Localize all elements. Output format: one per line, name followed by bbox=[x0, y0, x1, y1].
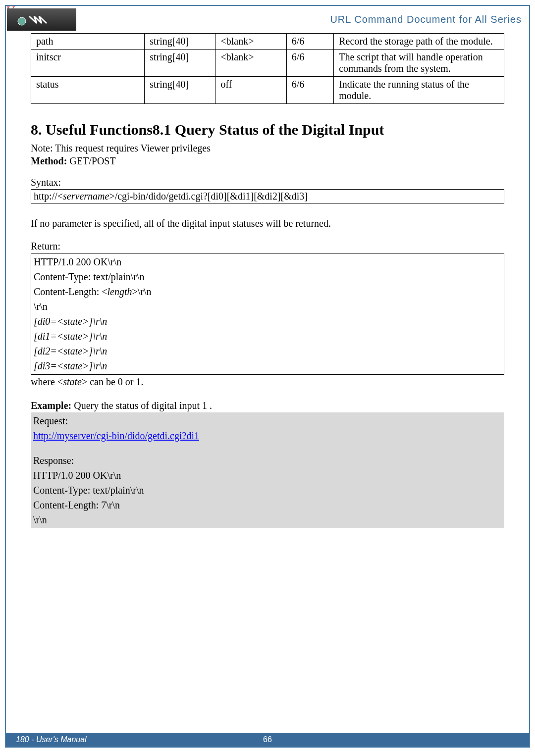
cell-type: string[40] bbox=[145, 77, 215, 104]
section-title: 8. Useful Functions8.1 Query Status of t… bbox=[31, 121, 504, 138]
return-line: [di3=<state>]\r\n bbox=[34, 358, 501, 373]
cell-default: <blank> bbox=[215, 34, 286, 50]
params-table: path string[40] <blank> 6/6 Record the s… bbox=[31, 33, 504, 104]
cell-sec: 6/6 bbox=[286, 77, 334, 104]
response-line: Content-Length: 7\r\n bbox=[33, 498, 502, 512]
cell-name: initscr bbox=[31, 50, 145, 77]
logo bbox=[7, 8, 76, 31]
response-line: Content-Type: text/plain\r\n bbox=[33, 483, 502, 498]
method-line: Method: GET/POST bbox=[31, 155, 504, 167]
syntax-post: >/cgi-bin/dido/getdi.cgi?[di0][&di1][&di… bbox=[109, 191, 308, 202]
cell-sec: 6/6 bbox=[286, 50, 334, 77]
note-text: Note: This request requires Viewer privi… bbox=[31, 141, 504, 155]
where-pre: where < bbox=[31, 376, 63, 387]
syntax-box: http://<servername>/cgi-bin/dido/getdi.c… bbox=[31, 189, 504, 203]
response-label: Response: bbox=[33, 453, 502, 468]
logo-box bbox=[7, 8, 76, 31]
cell-default: <blank> bbox=[215, 50, 286, 77]
cell-desc: Indicate the running status of the modul… bbox=[334, 77, 504, 104]
header-title: URL Command Document for All Series bbox=[330, 14, 522, 25]
return-line: \r\n bbox=[34, 299, 501, 314]
syntax-server: servername bbox=[63, 191, 109, 202]
cell-name: status bbox=[31, 77, 145, 104]
table-row: path string[40] <blank> 6/6 Record the s… bbox=[31, 34, 504, 50]
return-line: [di0=<state>]\r\n bbox=[34, 314, 501, 329]
method-value: GET/POST bbox=[67, 155, 115, 166]
table-row: initscr string[40] <blank> 6/6 The scrip… bbox=[31, 50, 504, 77]
return-line: HTTP/1.0 200 OK\r\n bbox=[34, 254, 501, 269]
response-line: \r\n bbox=[33, 512, 502, 527]
return-line: [di1=<state>]\r\n bbox=[34, 329, 501, 344]
cell-type: string[40] bbox=[145, 34, 215, 50]
where-post: > can be 0 or 1. bbox=[82, 376, 144, 387]
cell-type: string[40] bbox=[145, 50, 215, 77]
example-label: Example: Query the status of digital inp… bbox=[31, 400, 504, 411]
return-box: HTTP/1.0 200 OK\r\n Content-Type: text/p… bbox=[31, 253, 504, 375]
method-label: Method: bbox=[31, 155, 67, 166]
footer-left: 180 - User's Manual bbox=[16, 735, 87, 744]
cell-sec: 6/6 bbox=[286, 34, 334, 50]
return-line: Content-Length: <length>\r\n bbox=[34, 284, 501, 299]
page-header: URL Command Document for All Series bbox=[6, 6, 529, 31]
page-footer: 180 - User's Manual 66 bbox=[6, 733, 529, 747]
example-bold: Example: bbox=[31, 400, 71, 411]
return-length: length bbox=[107, 286, 132, 297]
syntax-label: Syntax: bbox=[31, 177, 504, 188]
footer-page-number: 66 bbox=[263, 735, 272, 744]
cell-desc: Record the storage path of the module. bbox=[334, 34, 504, 50]
logo-svg bbox=[14, 12, 69, 27]
explain-text: If no parameter is specified, all of the… bbox=[31, 216, 504, 231]
return-post: >\r\n bbox=[132, 286, 151, 297]
return-line: Content-Type: text/plain\r\n bbox=[34, 269, 501, 284]
request-url-link[interactable]: http://myserver/cgi-bin/dido/getdi.cgi?d… bbox=[33, 430, 199, 441]
response-line: HTTP/1.0 200 OK\r\n bbox=[33, 468, 502, 483]
return-pre: Content-Length: < bbox=[34, 286, 107, 297]
return-line: [di2=<state>]\r\n bbox=[34, 344, 501, 358]
where-note: where <state> can be 0 or 1. bbox=[31, 376, 504, 388]
cell-desc: The script that will handle operation co… bbox=[334, 50, 504, 77]
example-text: Query the status of digital input 1 . bbox=[71, 400, 212, 411]
svg-point-0 bbox=[18, 17, 26, 25]
where-state: state bbox=[63, 376, 82, 387]
return-label: Return: bbox=[31, 241, 504, 252]
table-row: status string[40] off 6/6 Indicate the r… bbox=[31, 77, 504, 104]
cell-default: off bbox=[215, 77, 286, 104]
request-label: Request: bbox=[33, 413, 502, 428]
cell-name: path bbox=[31, 34, 145, 50]
syntax-pre: http://< bbox=[34, 191, 63, 202]
example-box: Request: http://myserver/cgi-bin/dido/ge… bbox=[31, 412, 504, 528]
